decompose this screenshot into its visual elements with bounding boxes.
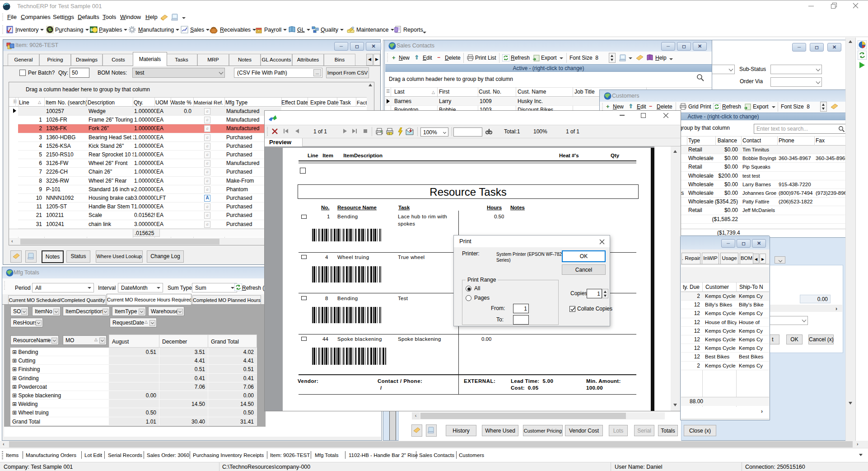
svg-text:$: $ (90, 28, 93, 32)
svg-text:$: $ (388, 132, 390, 135)
